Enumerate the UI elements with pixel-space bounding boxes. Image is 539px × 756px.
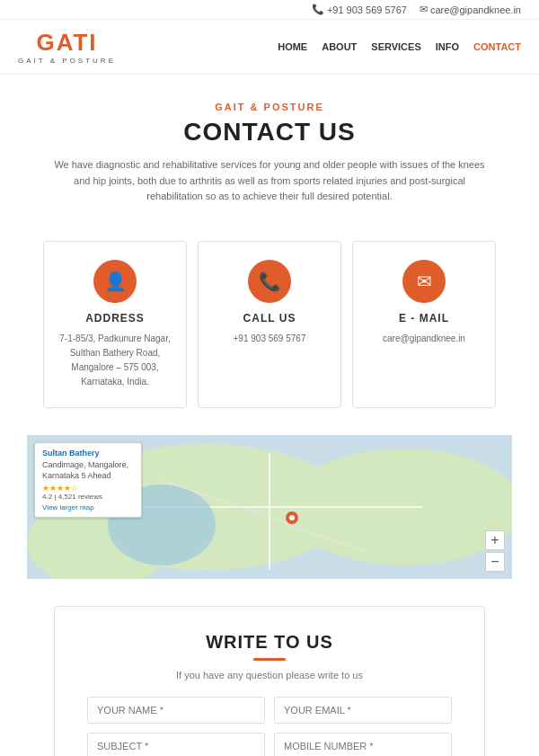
nav-info[interactable]: INFO bbox=[436, 41, 459, 52]
write-title: WRITE TO US bbox=[87, 632, 452, 653]
map: Sultan Bathery Candimage, Mangalore,Karn… bbox=[27, 435, 512, 579]
nav-contact[interactable]: CONTACT bbox=[473, 41, 521, 52]
nav-home[interactable]: HOME bbox=[278, 41, 307, 52]
name-input[interactable] bbox=[87, 697, 265, 724]
title-underline bbox=[253, 658, 286, 661]
topbar-phone: 📞 +91 903 569 5767 bbox=[312, 4, 407, 15]
card-address: 👤 ADDRESS 7-1-85/3, Padkunure Nagar,Sult… bbox=[43, 241, 187, 408]
map-section: Sultan Bathery Candimage, Mangalore,Karn… bbox=[0, 426, 539, 579]
form-row-2 bbox=[87, 733, 452, 756]
nav-services[interactable]: SERVICES bbox=[371, 41, 420, 52]
view-larger-map[interactable]: View larger map bbox=[42, 503, 134, 511]
place-rating: ★★★★☆ bbox=[42, 484, 134, 493]
write-box: WRITE TO US If you have any question ple… bbox=[54, 606, 485, 756]
call-icon: 📞 bbox=[248, 260, 291, 303]
contact-hero: GAIT & POSTURE CONTACT US We have diagno… bbox=[0, 75, 539, 223]
email-icon: ✉ bbox=[420, 4, 428, 15]
hero-title: CONTACT US bbox=[36, 118, 503, 147]
logo-subtitle: GAIT & POSTURE bbox=[18, 57, 116, 65]
place-name: Sultan Bathery bbox=[42, 449, 134, 458]
call-title: CALL US bbox=[213, 312, 326, 325]
logo: GATI GAIT & POSTURE bbox=[18, 29, 116, 65]
topbar: 📞 +91 903 569 5767 ✉ care@gipandknee.in bbox=[0, 0, 539, 20]
address-icon: 👤 bbox=[93, 260, 137, 303]
address-title: ADDRESS bbox=[58, 312, 172, 325]
form-row-1 bbox=[87, 697, 452, 724]
logo-g: G bbox=[36, 29, 56, 56]
write-subtitle: If you have any question please write to… bbox=[87, 670, 452, 680]
email-content: care@gipandknee.in bbox=[367, 332, 481, 346]
map-zoom-in[interactable]: + bbox=[485, 530, 505, 550]
header: GATI GAIT & POSTURE HOME ABOUT SERVICES … bbox=[0, 20, 539, 75]
map-zoom-out[interactable]: − bbox=[485, 552, 505, 572]
card-call: 📞 CALL US +91 903 569 5767 bbox=[198, 241, 341, 408]
call-content: +91 903 569 5767 bbox=[213, 332, 326, 346]
hero-subtitle: GAIT & POSTURE bbox=[36, 102, 503, 112]
contact-cards: 👤 ADDRESS 7-1-85/3, Padkunure Nagar,Sult… bbox=[0, 223, 539, 426]
email-card-icon: ✉ bbox=[402, 260, 446, 303]
topbar-email: ✉ care@gipandknee.in bbox=[420, 4, 521, 15]
map-info-overlay: Sultan Bathery Candimage, Mangalore,Karn… bbox=[34, 442, 142, 518]
email-input[interactable] bbox=[274, 697, 452, 724]
place-reviews: 4.2 | 4,521 reviews bbox=[42, 493, 134, 501]
phone-icon: 📞 bbox=[312, 4, 324, 15]
hero-description: We have diagnostic and rehabilitative se… bbox=[54, 157, 485, 205]
logo-rest: ATI bbox=[57, 29, 98, 56]
card-email: ✉ E - MAIL care@gipandknee.in bbox=[352, 241, 496, 408]
place-address: Candimage, Mangalore,Karnataka 5 Ahead bbox=[42, 459, 134, 482]
nav-about[interactable]: ABOUT bbox=[322, 41, 357, 52]
main-nav: HOME ABOUT SERVICES INFO CONTACT bbox=[278, 41, 521, 52]
mobile-input[interactable] bbox=[274, 733, 452, 756]
write-section: WRITE TO US If you have any question ple… bbox=[0, 579, 539, 756]
svg-point-9 bbox=[289, 515, 295, 520]
address-content: 7-1-85/3, Padkunure Nagar,Sulthan Bather… bbox=[58, 332, 172, 389]
subject-input[interactable] bbox=[87, 733, 265, 756]
email-title: E - MAIL bbox=[367, 312, 481, 325]
